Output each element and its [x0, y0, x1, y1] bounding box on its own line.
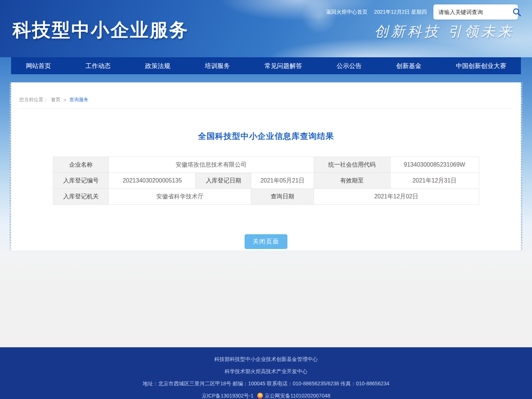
reg-date-value: 2021年05月21日 — [251, 173, 314, 189]
reg-date-label: 入库登记日期 — [196, 173, 251, 189]
site-footer: 科技部科技型中小企业技术创新基金管理中心 科学技术部火炬高技术产业开发中心 地址… — [0, 347, 532, 399]
reg-number-value: 202134030200005135 — [109, 173, 196, 189]
footer-contact-line: 地址：北京市西城区三里河二区甲18号 邮编：100045 联系电话：010-88… — [0, 381, 532, 387]
company-name-value: 安徽塔孜信息技术有限公司 — [109, 157, 314, 173]
reg-authority-value: 安徽省科学技术厅 — [109, 189, 251, 205]
content-card: 您当前位置： 首页 > 查询服务 全国科技型中小企业信息库查询结果 企业名称 安… — [11, 82, 521, 250]
close-page-button[interactable]: 关闭页面 — [245, 234, 287, 249]
breadcrumb-current-link[interactable]: 查询服务 — [69, 96, 89, 103]
credit-code-value: 91340300085231069W — [390, 157, 479, 173]
table-row-registration: 入库登记编号 202134030200005135 入库登记日期 2021年05… — [53, 173, 479, 189]
breadcrumb: 您当前位置： 首页 > 查询服务 — [11, 82, 521, 103]
breadcrumb-home-link[interactable]: 首页 — [51, 96, 61, 103]
footer-org-line2: 科学技术部火炬高技术产业开发中心 — [0, 368, 532, 375]
slogan-calligraphy: 创新科技 引领未来 — [374, 22, 514, 41]
company-name-label: 企业名称 — [53, 157, 109, 173]
search-icon — [512, 7, 522, 17]
query-date-value: 2021年12月02日 — [314, 189, 479, 205]
header-topbar: 返回火炬中心首页 2021年12月2日 星期四 — [326, 4, 518, 20]
query-date-label: 查询日期 — [251, 189, 314, 205]
search-input[interactable] — [439, 9, 512, 15]
breadcrumb-prefix: 您当前位置： — [19, 96, 48, 103]
breadcrumb-separator: > — [64, 97, 66, 103]
nav-item-training[interactable]: 培训服务 — [205, 62, 230, 70]
reg-number-label: 入库登记编号 — [53, 173, 109, 189]
valid-until-value: 2021年12月31日 — [390, 173, 479, 189]
table-row-company: 企业名称 安徽塔孜信息技术有限公司 统一社会信用代码 9134030008523… — [53, 157, 479, 173]
site-header: 科技型中小企业服务 返回火炬中心首页 2021年12月2日 星期四 创新科技 引… — [0, 0, 532, 57]
nav-item-competition[interactable]: 中国创新创业大赛 — [456, 62, 506, 70]
nav-item-home[interactable]: 网站首页 — [26, 62, 51, 70]
police-badge-icon — [257, 393, 263, 399]
return-torch-home-link[interactable]: 返回火炬中心首页 — [326, 9, 368, 16]
breadcrumb-divider — [19, 108, 513, 109]
search-box — [433, 4, 518, 20]
nav-item-faq[interactable]: 常见问题解答 — [265, 62, 302, 70]
valid-until-label: 有效期至 — [314, 173, 390, 189]
nav-item-innovation-fund[interactable]: 创新基金 — [396, 62, 422, 70]
nav-item-news[interactable]: 工作动态 — [85, 62, 110, 70]
icp-record-link[interactable]: 京ICP备13019302号-1 — [202, 393, 253, 399]
main-nav: 网站首页 工作动态 政策法规 培训服务 常见问题解答 公示公告 创新基金 中国创… — [11, 57, 521, 74]
nav-item-announcements[interactable]: 公示公告 — [337, 62, 362, 70]
search-button[interactable] — [512, 7, 522, 17]
page-title: 全国科技型中小企业信息库查询结果 — [11, 131, 521, 142]
site-title: 科技型中小企业服务 — [13, 18, 189, 42]
table-row-authority: 入库登记机关 安徽省科学技术厅 查询日期 2021年12月02日 — [53, 189, 479, 205]
current-date-text: 2021年12月2日 星期四 — [374, 9, 427, 16]
nav-item-policy[interactable]: 政策法规 — [145, 62, 170, 70]
footer-org-line1: 科技部科技型中小企业技术创新基金管理中心 — [0, 356, 532, 363]
credit-code-label: 统一社会信用代码 — [314, 157, 390, 173]
police-record-link[interactable]: 京公网安备11010202007048 — [265, 393, 330, 399]
query-result-table: 企业名称 安徽塔孜信息技术有限公司 统一社会信用代码 9134030008523… — [53, 157, 479, 205]
footer-legal-line: 京ICP备13019302号-1京公网安备11010202007048 — [0, 393, 532, 399]
reg-authority-label: 入库登记机关 — [53, 189, 109, 205]
